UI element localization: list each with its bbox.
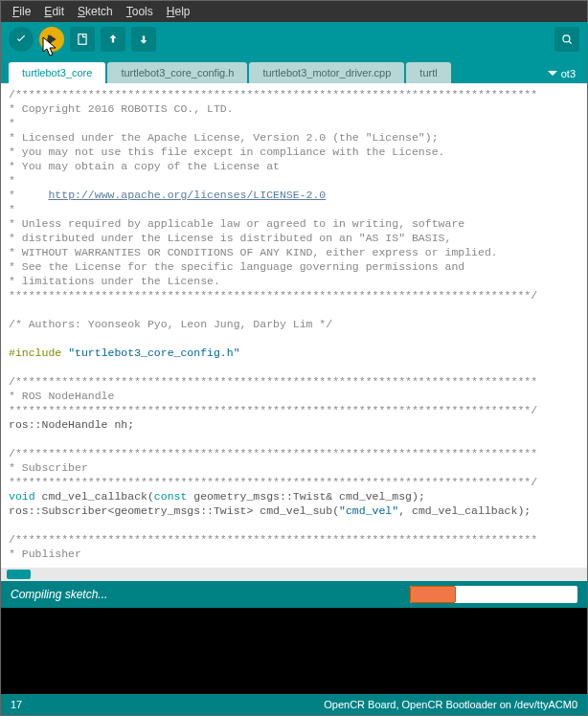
footer: 17 OpenCR Board, OpenCR Bootloader on /d…	[1, 694, 587, 715]
code-line: *	[9, 117, 15, 129]
menu-sketch[interactable]: Sketch	[72, 3, 119, 20]
board-info: OpenCR Board, OpenCR Bootloader on /dev/…	[324, 699, 577, 710]
code-line: *	[9, 203, 15, 215]
status-bar: Compiling sketch...	[1, 581, 587, 608]
code-line: /***************************************…	[9, 88, 537, 101]
code-line: * WITHOUT WARRANTIES OR CONDITIONS OF AN…	[9, 246, 498, 258]
code-line: /***************************************…	[9, 533, 537, 546]
code-line: * you may not use this file except in co…	[9, 145, 444, 158]
code-line: * You may obtain a copy of the License a…	[9, 160, 280, 172]
save-button[interactable]	[131, 27, 156, 52]
open-button[interactable]	[101, 27, 125, 52]
code-line: ros::NodeHandle nh;	[9, 418, 134, 431]
code-line: * ROS NodeHandle	[9, 390, 114, 402]
tab-turtlebot3-core[interactable]: turtlebot3_core	[9, 62, 105, 83]
progress-fill	[410, 586, 456, 603]
toolbar	[1, 22, 587, 56]
menu-tools[interactable]: Tools	[121, 3, 159, 20]
code-line: *	[9, 189, 48, 201]
tab-overflow-icon[interactable]	[548, 69, 557, 78]
code-line: geometry_msgs::Twist& cmd_vel_msg);	[187, 490, 424, 503]
code-line: * Copyright 2016 ROBOTIS CO., LTD.	[9, 102, 234, 115]
code-editor[interactable]: /***************************************…	[1, 83, 587, 568]
code-line: * Subscriber	[9, 461, 88, 474]
menu-edit[interactable]: Edit	[38, 3, 70, 20]
code-line: ros::Subscriber<geometry_msgs::Twist> cm…	[9, 504, 339, 517]
code-line: /***************************************…	[9, 375, 537, 388]
code-line: /* Authors: Yoonseok Pyo, Leon Jung, Dar…	[9, 318, 332, 330]
code-line: #include	[9, 347, 68, 359]
upload-button[interactable]	[39, 27, 64, 52]
code-line: ****************************************…	[9, 289, 537, 302]
serial-monitor-button[interactable]	[554, 27, 579, 52]
tabs-bar: turtlebot3_core turtlebot3_core_config.h…	[1, 56, 587, 83]
code-line: "cmd_vel"	[339, 504, 398, 517]
code-line: * See the License for the specific langu…	[9, 260, 464, 273]
menu-file[interactable]: File	[7, 3, 36, 20]
status-message: Compiling sketch...	[11, 588, 107, 601]
line-number: 17	[11, 699, 22, 710]
scrollbar-thumb[interactable]	[7, 570, 31, 579]
console[interactable]	[1, 608, 587, 694]
code-line: "turtlebot3_core_config.h"	[68, 347, 239, 359]
license-link[interactable]: http://www.apache.org/licenses/LICENSE-2…	[48, 189, 326, 201]
code-line: ****************************************…	[9, 476, 537, 488]
code-line: void	[9, 490, 35, 503]
code-line: * Licensed under the Apache License, Ver…	[9, 131, 439, 144]
code-line: * distributed under the License is distr…	[9, 232, 451, 244]
horizontal-scrollbar[interactable]	[1, 568, 587, 581]
code-line: * Publisher	[9, 548, 81, 560]
code-line: , cmd_vel_callback);	[398, 504, 531, 517]
new-button[interactable]	[70, 27, 95, 52]
progress-bar	[410, 586, 577, 603]
code-line: cmd_vel_callback(	[35, 490, 154, 503]
menu-help[interactable]: Help	[161, 3, 196, 20]
code-line: const	[154, 490, 188, 503]
tab-config[interactable]: turtlebot3_core_config.h	[107, 62, 247, 83]
code-line: /***************************************…	[9, 447, 537, 459]
code-line: * limitations under the License.	[9, 275, 220, 287]
tab-truncated-2: ot3	[561, 68, 576, 79]
verify-button[interactable]	[9, 27, 34, 52]
tab-motor-driver[interactable]: turtlebot3_motor_driver.cpp	[249, 62, 404, 83]
code-line: ****************************************…	[9, 404, 537, 416]
code-line: *	[9, 174, 15, 187]
menubar: File Edit Sketch Tools Help	[1, 1, 587, 22]
tab-truncated-1[interactable]: turtl	[406, 62, 450, 83]
code-line: * Unless required by applicable law or a…	[9, 217, 464, 230]
